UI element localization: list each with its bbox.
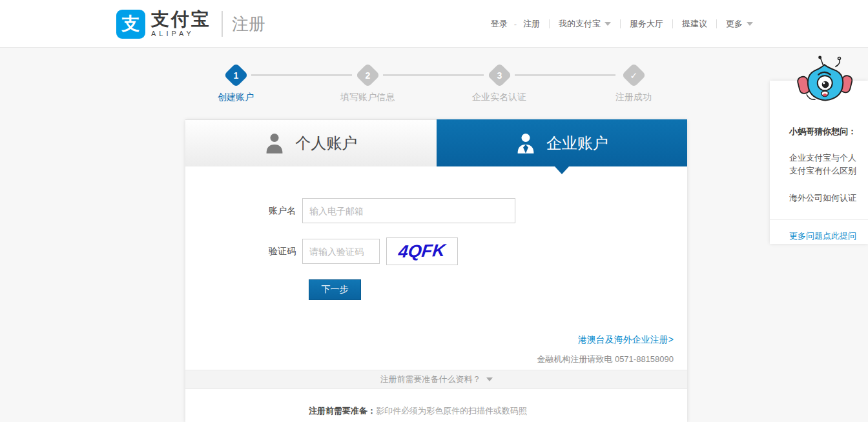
tab-personal-account[interactable]: 个人账户 (185, 119, 437, 166)
nav-service-hall-link[interactable]: 服务大厅 (630, 18, 663, 30)
account-name-label: 账户名 (185, 205, 302, 217)
progress-steps: 1 创建账户 2 填写账户信息 3 企业实名认证 ✓ 注册成功 (185, 63, 687, 103)
helper-title: 小蚂哥猜你想问： (789, 126, 860, 137)
nav-register-link[interactable]: 注册 (523, 18, 540, 30)
captcha-input[interactable] (302, 239, 380, 264)
prepare-materials-toggle[interactable]: 注册前需要准备什么资料？ (185, 370, 687, 389)
captcha-image[interactable]: 4QFK (386, 237, 458, 265)
active-tab-pointer (555, 166, 569, 174)
step-create-account: 1 创建账户 (197, 63, 274, 103)
step-fill-account-info: 2 填写账户信息 (329, 63, 406, 103)
helper-more-link[interactable]: 更多问题点此提问 (789, 230, 856, 242)
prepare-details-title: 注册前需要准备： (309, 406, 376, 416)
helper-question-difference[interactable]: 企业支付宝与个人支付宝有什么区别 (789, 152, 862, 177)
nav-separator (549, 19, 550, 28)
nav-suggestions-link[interactable]: 提建议 (682, 18, 707, 30)
brand-divider (222, 11, 223, 37)
header: 支 支付宝 ALIPAY 注册 登录 - 注册 我的支付宝 服务大厅 提建议 (0, 0, 868, 48)
step-label: 创建账户 (197, 92, 274, 103)
account-type-tabs: 个人账户 企业账户 (185, 119, 687, 166)
step-marker: 3 (487, 63, 512, 87)
brand-name-cn: 支付宝 (151, 10, 211, 28)
captcha-row: 验证码 4QFK (185, 237, 458, 265)
logo-character: 支 (122, 12, 140, 36)
step-marker: 1 (223, 63, 248, 87)
helper-divider (770, 219, 868, 220)
nav-dash: - (514, 19, 517, 29)
robot-mascot-icon (796, 54, 855, 111)
nav-separator (672, 19, 673, 28)
account-email-input[interactable] (302, 198, 515, 223)
prepare-details: 注册前需要准备：影印件必须为彩色原件的扫描件或数码照 (309, 405, 527, 417)
step-number: 2 (365, 70, 370, 80)
step-label: 企业实名认证 (460, 92, 538, 103)
top-nav: 登录 - 注册 我的支付宝 服务大厅 提建议 更多 (491, 18, 753, 30)
tab-enterprise-label: 企业账户 (546, 133, 608, 154)
prepare-question-label: 注册前需要准备什么资料？ (380, 374, 481, 385)
step-number: 1 (233, 70, 238, 80)
side-links: 港澳台及海外企业注册> 金融机构注册请致电 0571-88158090 (537, 334, 674, 365)
step-label: 填写账户信息 (329, 92, 406, 103)
registration-card: 个人账户 企业账户 账户名 验证码 4QFK 下一步 港澳台及海外企业注册> 金… (185, 119, 687, 422)
captcha-label: 验证码 (185, 246, 302, 257)
step-check: ✓ (630, 70, 637, 80)
page-title: 注册 (232, 13, 265, 35)
step-enterprise-verification: 3 企业实名认证 (460, 63, 538, 103)
business-person-icon (515, 132, 536, 154)
person-icon (264, 132, 285, 154)
account-name-row: 账户名 (185, 198, 515, 223)
alipay-logo-icon: 支 (116, 10, 145, 39)
brand-name-en: ALIPAY (151, 30, 194, 37)
tab-personal-label: 个人账户 (295, 133, 357, 154)
prepare-details-desc: 影印件必须为彩色原件的扫描件或数码照 (376, 406, 527, 416)
nav-more-label: 更多 (726, 18, 743, 30)
tab-enterprise-account[interactable]: 企业账户 (437, 119, 688, 166)
chevron-down-icon (747, 22, 753, 26)
nav-my-alipay-link[interactable]: 我的支付宝 (559, 18, 611, 30)
nav-my-alipay-label: 我的支付宝 (559, 18, 601, 30)
nav-login-link[interactable]: 登录 (491, 18, 508, 30)
chevron-down-icon (486, 377, 493, 381)
step-marker-check-icon: ✓ (621, 63, 646, 87)
step-number: 3 (497, 70, 502, 80)
chevron-down-icon (604, 22, 611, 26)
step-label: 注册成功 (595, 92, 672, 103)
brand-text: 支付宝 ALIPAY (151, 10, 211, 37)
next-step-button[interactable]: 下一步 (309, 279, 361, 300)
captcha-image-text: 4QFK (398, 241, 447, 262)
step-registration-success: ✓ 注册成功 (595, 63, 672, 103)
helper-question-overseas[interactable]: 海外公司如何认证 (789, 192, 862, 205)
brand: 支 支付宝 ALIPAY 注册 (116, 10, 265, 39)
nav-more-link[interactable]: 更多 (726, 18, 753, 30)
nav-separator (716, 19, 717, 28)
finance-phone-note: 金融机构注册请致电 0571-88158090 (537, 354, 674, 365)
overseas-register-link[interactable]: 港澳台及海外企业注册> (578, 334, 674, 345)
nav-separator (620, 19, 621, 28)
step-marker: 2 (355, 63, 380, 87)
